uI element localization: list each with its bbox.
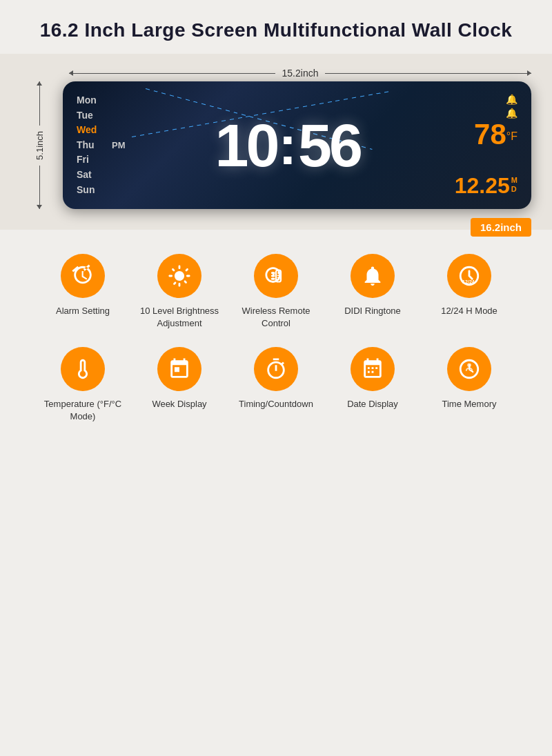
date-area: 12.25 M D xyxy=(455,175,518,197)
temperature-label: Temperature (°F/°C Mode) xyxy=(38,398,128,423)
svg-rect-1 xyxy=(271,275,275,277)
features-row-2: Temperature (°F/°C Mode) Week Display xyxy=(14,347,538,423)
hours-display: 10 xyxy=(215,115,277,176)
feature-countdown: Timing/Countdown xyxy=(231,347,321,423)
features-section: Alarm Setting 10 Level Brightness Adjust… xyxy=(0,230,552,453)
time-colon: : xyxy=(278,118,297,173)
feature-remote: Wireless Remote Control xyxy=(231,254,321,330)
width-arrow-right xyxy=(325,73,531,74)
minutes-display: 56 xyxy=(298,115,360,176)
temp-icon-circle xyxy=(61,347,105,391)
diagram-section: 15.2inch 5.1inch Mon Tue Wed Thu Fri xyxy=(0,54,552,230)
memory-icon-circle xyxy=(447,347,491,391)
width-label: 15.2inch xyxy=(275,68,326,79)
date-d-suffix: D xyxy=(511,185,518,194)
svg-rect-2 xyxy=(271,278,275,280)
feature-timemode: 12/24 12/24 H Mode xyxy=(424,254,514,330)
date-m-suffix: M xyxy=(511,176,518,185)
feature-date: Date Display xyxy=(328,347,417,423)
day-sat: Sat xyxy=(77,168,108,182)
remote-icon-circle xyxy=(254,254,298,298)
memory-svg-icon xyxy=(457,357,481,381)
page-title: 16.2 Inch Large Screen Multifunctional W… xyxy=(14,19,538,41)
feature-brightness: 10 Level Brightness Adjustment xyxy=(135,254,224,330)
alarm-temp-area: 🔔 🔔 78°F xyxy=(474,94,518,149)
week-label: Week Display xyxy=(152,398,206,410)
width-dimension: 15.2inch xyxy=(69,68,531,79)
bell-svg-icon xyxy=(361,264,384,288)
date-svg-icon xyxy=(361,357,384,381)
alarm-label: Alarm Setting xyxy=(56,305,110,317)
temp-svg-icon xyxy=(71,357,95,381)
day-sun: Sun xyxy=(77,183,108,197)
date-icon-circle xyxy=(351,347,395,391)
timemode-svg-icon: 12/24 xyxy=(457,264,481,288)
day-wed: Wed xyxy=(77,123,108,137)
feature-temperature: Temperature (°F/°C Mode) xyxy=(38,347,128,423)
feature-memory: Time Memory xyxy=(424,347,514,423)
remote-label: Wireless Remote Control xyxy=(231,305,321,330)
brightness-icon-circle xyxy=(157,254,201,298)
week-svg-icon xyxy=(168,357,191,381)
countdown-icon-circle xyxy=(254,347,298,391)
date-display-label: Date Display xyxy=(347,398,398,410)
svg-rect-7 xyxy=(277,279,279,279)
brightness-svg-icon xyxy=(168,264,191,288)
alarm-icon-1: 🔔 xyxy=(506,94,518,105)
alarm-bell-icon-1: 🔔 xyxy=(506,94,518,105)
date-value: 12.25 xyxy=(455,175,510,197)
date-display: 12.25 M D xyxy=(455,175,518,197)
height-arrow-top xyxy=(39,81,40,126)
alarm-bell-icon-2: 🔔 xyxy=(506,108,518,119)
page-container: 16.2 Inch Large Screen Multifunctional W… xyxy=(0,0,552,453)
alarm-svg-icon xyxy=(71,264,95,288)
svg-point-4 xyxy=(277,272,279,274)
clock-display: Mon Tue Wed Thu Fri Sat Sun PM 10 : 56 xyxy=(63,81,531,209)
timemode-icon-circle: 12/24 xyxy=(447,254,491,298)
ringtone-label: DIDI Ringtone xyxy=(344,305,401,317)
temp-unit: °F xyxy=(506,130,518,142)
svg-rect-6 xyxy=(277,277,279,278)
height-dimension: 5.1inch xyxy=(21,81,59,209)
day-mon: Mon xyxy=(77,94,108,108)
svg-rect-0 xyxy=(271,272,275,274)
height-label: 5.1inch xyxy=(34,126,45,166)
main-time-display: 10 : 56 xyxy=(134,94,442,197)
right-panel: 🔔 🔔 78°F 12.25 xyxy=(442,94,518,197)
countdown-svg-icon xyxy=(264,357,288,381)
svg-rect-5 xyxy=(277,275,279,276)
temp-value: 78 xyxy=(474,118,506,150)
alarm-icons: 🔔 🔔 xyxy=(506,94,518,119)
days-column: Mon Tue Wed Thu Fri Sat Sun xyxy=(77,94,108,197)
week-icon-circle xyxy=(157,347,201,391)
brightness-label: 10 Level Brightness Adjustment xyxy=(135,305,224,330)
feature-ringtone: DIDI Ringtone xyxy=(328,254,417,330)
svg-point-10 xyxy=(467,363,471,367)
countdown-label: Timing/Countdown xyxy=(239,398,313,410)
clock-row: 5.1inch Mon Tue Wed Thu Fri Sat Sun PM xyxy=(21,81,531,209)
day-thu: Thu xyxy=(77,139,108,152)
day-tue: Tue xyxy=(77,109,108,123)
alarm-icon-2: 🔔 xyxy=(506,108,518,119)
timemode-label: 12/24 H Mode xyxy=(441,305,497,317)
width-arrow-left xyxy=(69,73,275,74)
feature-week: Week Display xyxy=(135,347,224,423)
height-arrow-bottom xyxy=(39,166,40,210)
ampm-label: PM xyxy=(112,140,126,150)
temperature-display: 78°F xyxy=(474,120,518,149)
feature-alarm: Alarm Setting xyxy=(38,254,128,330)
features-row-1: Alarm Setting 10 Level Brightness Adjust… xyxy=(14,254,538,330)
svg-text:12/24: 12/24 xyxy=(462,279,475,285)
memory-label: Time Memory xyxy=(442,398,497,410)
size-badge: 16.2inch xyxy=(471,218,531,237)
bell-icon-circle xyxy=(351,254,395,298)
header-section: 16.2 Inch Large Screen Multifunctional W… xyxy=(0,0,552,54)
alarm-icon-circle xyxy=(61,254,105,298)
remote-svg-icon xyxy=(264,264,288,288)
day-fri: Fri xyxy=(77,153,108,167)
